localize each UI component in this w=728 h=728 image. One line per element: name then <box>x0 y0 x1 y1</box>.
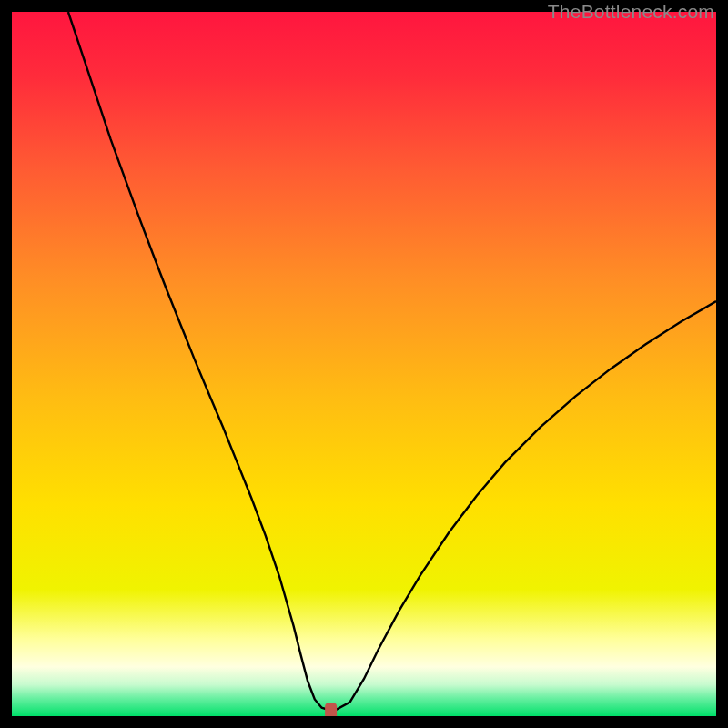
gradient-background <box>12 12 716 716</box>
chart-frame: TheBottleneck.com <box>12 12 716 716</box>
watermark-text: TheBottleneck.com <box>548 1 714 23</box>
optimum-marker <box>325 703 337 716</box>
bottleneck-chart <box>12 12 716 716</box>
